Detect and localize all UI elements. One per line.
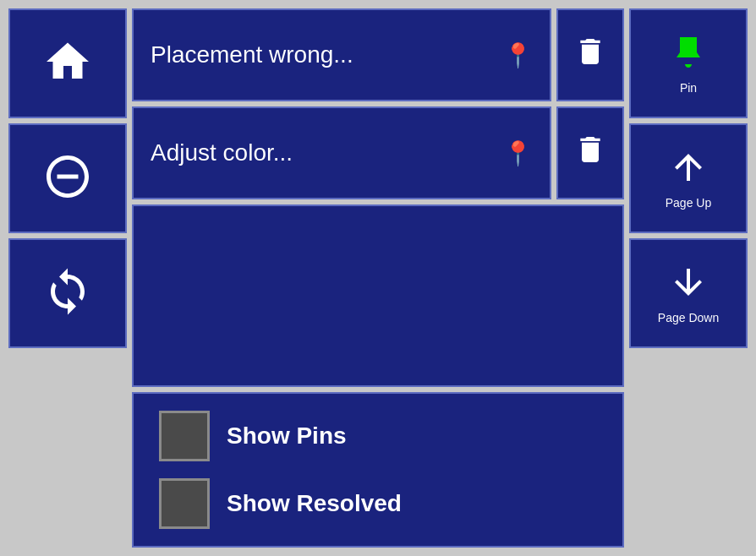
cancel-button[interactable] xyxy=(8,123,127,233)
trash-icon-2 xyxy=(573,133,607,173)
item-1-text: Placement wrong... xyxy=(151,41,503,68)
page-up-button[interactable]: Page Up xyxy=(629,123,748,233)
show-resolved-label: Show Resolved xyxy=(227,490,402,517)
middle-column: Placement wrong... 📍 Adjust color... 📍 xyxy=(132,8,624,548)
item-2-text: Adjust color... xyxy=(151,139,503,166)
item-2-delete-button[interactable] xyxy=(556,106,624,199)
location-pin-icon-1: 📍 xyxy=(503,41,533,69)
pin-icon xyxy=(668,32,709,76)
show-pins-checkbox[interactable] xyxy=(159,411,210,461)
left-column xyxy=(8,8,127,548)
show-resolved-checkbox[interactable] xyxy=(159,478,210,529)
trash-icon-1 xyxy=(573,35,607,75)
arrow-down-icon xyxy=(668,262,709,306)
sync-button[interactable] xyxy=(8,238,127,348)
item-row-1: Placement wrong... 📍 xyxy=(132,8,624,101)
show-resolved-row[interactable]: Show Resolved xyxy=(159,478,597,529)
pin-button[interactable]: Pin xyxy=(629,8,748,118)
checkboxes-area: Show Pins Show Resolved xyxy=(132,392,624,548)
cancel-icon xyxy=(42,151,93,205)
home-icon xyxy=(42,36,93,90)
location-pin-icon-2: 📍 xyxy=(503,139,533,167)
sync-icon xyxy=(42,266,93,320)
page-up-label: Page Up xyxy=(666,196,711,210)
arrow-up-icon xyxy=(668,147,709,191)
item-row-2: Adjust color... 📍 xyxy=(132,106,624,199)
pin-label: Pin xyxy=(680,81,697,95)
show-pins-row[interactable]: Show Pins xyxy=(159,411,597,461)
home-button[interactable] xyxy=(8,8,127,118)
right-column: Pin Page Up Page Down xyxy=(629,8,748,548)
item-2-button[interactable]: Adjust color... 📍 xyxy=(132,106,551,199)
item-1-button[interactable]: Placement wrong... 📍 xyxy=(132,8,551,101)
main-container: Placement wrong... 📍 Adjust color... 📍 xyxy=(0,0,756,556)
show-pins-label: Show Pins xyxy=(227,422,347,450)
empty-area xyxy=(132,204,624,387)
page-down-button[interactable]: Page Down xyxy=(629,238,748,348)
page-down-label: Page Down xyxy=(658,311,719,324)
item-1-delete-button[interactable] xyxy=(556,8,624,101)
